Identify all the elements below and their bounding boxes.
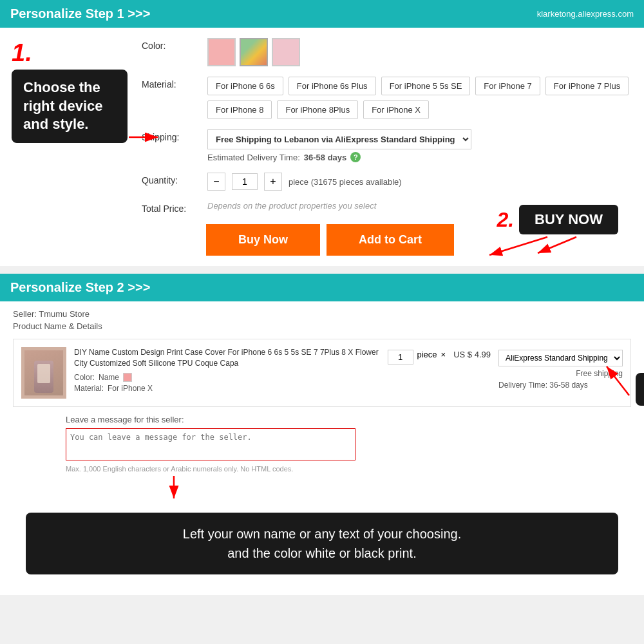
color-swatches [207, 38, 300, 66]
qty-increase[interactable]: + [264, 173, 282, 191]
quantity-row: Quantity: − + piece (31675 pieces availa… [142, 173, 631, 191]
product-thumb-inner [24, 350, 63, 395]
qty-available: piece (31675 pieces available) [289, 177, 402, 187]
seller-info: Seller: Tmumu Store [13, 309, 631, 319]
buttons-area: 2. BUY NOW [142, 224, 631, 256]
order-quantity-col: piece × [388, 347, 446, 365]
material-option[interactable]: For iPhone 6 6s [207, 77, 283, 95]
order-qty-input[interactable] [388, 350, 413, 365]
message-note: Max. 1,000 English characters or Arabic … [66, 465, 631, 473]
material-label: Material: [142, 77, 200, 90]
material-option[interactable]: For iPhone X [363, 100, 429, 119]
material-option[interactable]: For iPhone 7 [475, 77, 540, 95]
material-option[interactable]: For iPhone 5 5s SE [381, 77, 471, 95]
buy-now-button[interactable]: Buy Now [206, 224, 320, 256]
color-swatch-small [123, 373, 132, 382]
step2-section: Personalize Step 2 >>> Seller: Tmumu Sto… [0, 274, 644, 595]
delivery-label2: Delivery Time: [498, 381, 547, 390]
order-shipping-col: AliExpress Standard Shipping Free shippi… [498, 347, 623, 390]
annotation1-number: 1. [12, 39, 128, 67]
material-value: For iPhone X [108, 384, 153, 393]
piece-label: piece [417, 350, 437, 359]
message-arrow-svg [142, 473, 206, 505]
color-name: Name [99, 373, 119, 382]
quantity-label: Quantity: [142, 173, 200, 185]
annotation1-container: 1. Choose the right device and style. [12, 39, 128, 143]
free-shipping: Free shipping [498, 369, 623, 378]
step1-content: 1. Choose the right device and style. Co… [0, 28, 644, 266]
step1-title: Personalize Step 1 >>> [10, 6, 150, 21]
material-options: For iPhone 6 6sFor iPhone 6s PlusFor iPh… [207, 77, 631, 119]
order-price: US $ 4.99 [453, 350, 491, 359]
shipment-annotation: Choose the shipment [636, 373, 644, 406]
total-price-value: Depends on the product properties you se… [207, 201, 376, 211]
delivery-time: Estimated Delivery Time: 36-58 days ? [207, 152, 471, 162]
product-material-row: Material: For iPhone X [74, 384, 380, 393]
message-label: Leave a message for this seller: [66, 415, 631, 424]
step2-content: Seller: Tmumu Store Product Name & Detai… [0, 301, 644, 595]
help-icon[interactable]: ? [350, 152, 361, 162]
material-option[interactable]: For iPhone 7 Plus [545, 77, 629, 95]
product-color-row: Color: Name [74, 373, 380, 382]
annotation2-box: BUY NOW [519, 205, 618, 234]
color-label2: Color: [74, 373, 95, 382]
delivery-time2: Delivery Time: 36-58 days [498, 381, 623, 390]
delivery-label: Estimated Delivery Time: [207, 153, 300, 162]
material-option[interactable]: For iPhone 8Plus [277, 100, 358, 119]
order-price-col: US $ 4.99 [453, 347, 491, 359]
annotation2-number: 2. [497, 208, 514, 232]
site-name: klarketong.aliexpress.com [537, 9, 634, 19]
material-option[interactable]: For iPhone 8 [207, 100, 272, 119]
swatch-pink[interactable] [207, 38, 236, 66]
material-row: Material: For iPhone 6 6sFor iPhone 6s P… [142, 77, 631, 119]
product-title: DIY Name Custom Design Print Case Cover … [74, 347, 380, 369]
order-row: DIY Name Custom Design Print Case Cover … [13, 339, 631, 407]
annotation1-box: Choose the right device and style. [12, 70, 128, 143]
step2-title: Personalize Step 2 >>> [10, 280, 150, 295]
bottom-annotation: Left your own name or any text of your c… [26, 513, 618, 574]
material-label2: Material: [74, 384, 104, 393]
shipping-label: Shipping: [142, 129, 200, 142]
multiply: × [441, 350, 446, 359]
delivery-days2: 36-58 days [549, 381, 587, 390]
material-option[interactable]: For iPhone 6s Plus [289, 77, 376, 95]
delivery-days: 36-58 days [304, 153, 347, 162]
shipping-row: Shipping: Free Shipping to Lebanon via A… [142, 129, 631, 162]
qty-input[interactable] [232, 173, 258, 190]
order-shipping-select[interactable]: AliExpress Standard Shipping [498, 350, 623, 366]
quantity-control: − + piece (31675 pieces available) [207, 173, 402, 191]
step1-header: Personalize Step 1 >>> klarketong.aliexp… [0, 0, 644, 28]
total-label: Total Price: [142, 201, 200, 214]
message-section: Leave a message for this seller: Max. 1,… [66, 415, 631, 473]
product-details: DIY Name Custom Design Print Case Cover … [74, 347, 380, 395]
color-row: Color: [142, 38, 631, 66]
step2-header: Personalize Step 2 >>> [0, 274, 644, 301]
color-label: Color: [142, 38, 200, 51]
swatch-pattern[interactable] [240, 38, 268, 66]
qty-decrease[interactable]: − [207, 173, 225, 191]
step1-section: Personalize Step 1 >>> klarketong.aliexp… [0, 0, 644, 266]
shipping-info: Free Shipping to Lebanon via AliExpress … [207, 129, 471, 162]
swatch-pink2[interactable] [272, 38, 300, 66]
add-to-cart-button[interactable]: Add to Cart [327, 224, 454, 256]
annotation2-container: 2. BUY NOW [497, 205, 618, 234]
message-textarea[interactable] [66, 428, 355, 460]
product-name-details: Product Name & Details [13, 321, 631, 331]
shipping-select[interactable]: Free Shipping to Lebanon via AliExpress … [207, 129, 471, 149]
product-thumb [21, 347, 66, 399]
